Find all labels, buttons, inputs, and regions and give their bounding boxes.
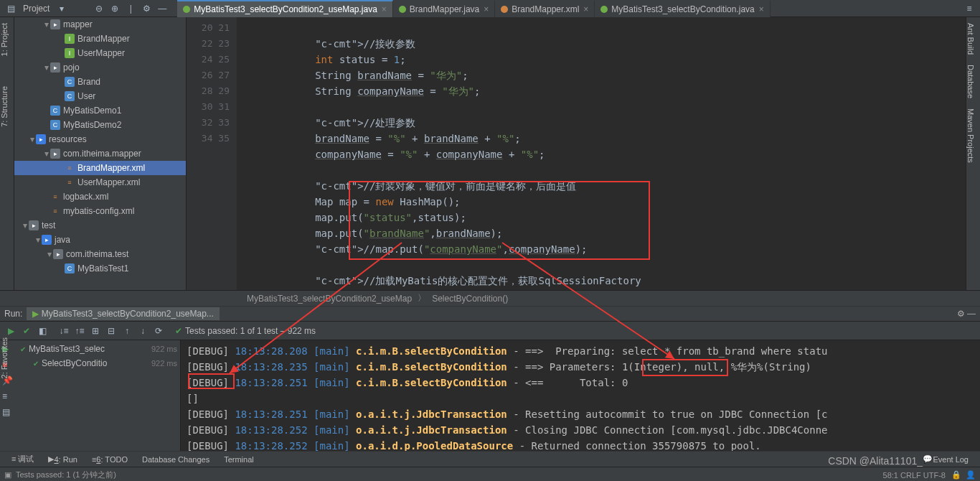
filter-icon[interactable]: ↑≡ [73, 324, 86, 337]
nav-up-icon[interactable]: ↑ [121, 324, 133, 337]
tests-passed-text: Tests passed: 1 of 1 test – 922 ms [185, 326, 316, 336]
bottom-tab[interactable]: ▶ 4: Run [48, 454, 77, 464]
tree-node[interactable]: ≡BrandMapper.xml [14, 161, 186, 175]
status-icon: ▣ [4, 470, 11, 480]
run-header: Run: ▶ MyBatisTest3_selectByCondition2_u… [0, 306, 980, 322]
tool-project[interactable]: 1: Project [0, 19, 9, 60]
collapse-icon[interactable]: ⊖ [93, 3, 105, 14]
status-bar: ▣ Tests passed: 1 (1 分钟之前) 58:1 CRLF UTF… [0, 467, 980, 481]
tool-favorites[interactable]: 2: Favorites [0, 337, 9, 378]
project-tree[interactable]: ▾▸mapperIBrandMapperIUserMapper▾▸pojoCBr… [14, 17, 187, 290]
editor-tab[interactable]: MyBatisTest3_selectByCondition.java× [595, 0, 770, 17]
event-log-button[interactable]: 💬 Event Log [923, 454, 969, 464]
tool-maven[interactable]: Maven Projects [966, 104, 975, 167]
tree-node[interactable]: ≡mybatis-config.xml [14, 204, 186, 218]
editor-gutter: 20 21 22 23 24 25 26 27 28 29 30 31 32 3… [187, 17, 237, 290]
run-ok-icon[interactable]: ✔ [20, 324, 33, 337]
run-test-tree[interactable]: ✔MyBatisTest3_selec922 ms✔SelectByCondit… [16, 340, 181, 451]
tests-passed-check: ✔ [175, 326, 182, 336]
status-right: 58:1 CRLF UTF-8 [883, 471, 946, 480]
bottom-tab[interactable]: Database Changes [142, 454, 209, 464]
tool-database[interactable]: Database [966, 60, 975, 103]
tree-node[interactable]: ▾▸test [14, 218, 186, 233]
run-body: ▶ ■ 📌 ≡ ▤ ✔MyBatisTest3_selec922 ms✔Sele… [0, 340, 980, 451]
editor-tabs: MyBatisTest3_selectByCondition2_useMap.j… [177, 0, 963, 17]
rerun-icon[interactable]: ▶ [4, 324, 17, 337]
history-icon[interactable]: ⟳ [152, 324, 165, 337]
tool-structure[interactable]: 7: Structure [0, 82, 9, 131]
expand-icon[interactable]: ⊞ [89, 324, 102, 337]
top-toolbar: ▤ Project ▾ ⊖ ⊕ | ⚙ — MyBatisTest3_selec… [0, 0, 980, 17]
run-title: Run: [4, 309, 22, 319]
run-gear-icon[interactable]: ⚙ — [957, 309, 976, 319]
close-icon[interactable]: × [484, 4, 489, 14]
tree-node[interactable]: CBrand [14, 75, 186, 89]
bottom-tab[interactable]: Terminal [224, 454, 254, 464]
breadcrumb-class[interactable]: MyBatisTest3_selectByCondition2_useMap [247, 294, 412, 304]
tree-node[interactable]: CMyBatisDemo2 [14, 118, 186, 132]
toggle-icon[interactable]: ◧ [36, 324, 49, 337]
editor-breadcrumb[interactable]: MyBatisTest3_selectByCondition2_useMap 〉… [0, 290, 980, 306]
right-tool-strip: Ant Build Database Maven Projects [966, 17, 980, 290]
tree-node[interactable]: ▾▸com.itheima.mapper [14, 146, 186, 161]
project-label: Project [23, 4, 50, 14]
tree-node[interactable]: ▾▸pojo [14, 60, 186, 75]
tree-node[interactable]: CUser [14, 89, 186, 103]
close-icon[interactable]: × [382, 4, 387, 14]
tree-node[interactable]: ▾▸java [14, 233, 186, 247]
run-toolbar: ▶ ✔ ◧ ↓≡ ↑≡ ⊞ ⊟ ↑ ↓ ⟳ ✔ Tests passed: 1 … [0, 322, 980, 340]
tree-node[interactable]: IBrandMapper [14, 32, 186, 46]
editor-tab[interactable]: BrandMapper.xml× [495, 0, 595, 17]
test-tree-item[interactable]: ✔SelectByConditio922 ms [16, 356, 180, 370]
tree-node[interactable]: IUserMapper [14, 46, 186, 60]
tool-antbuild[interactable]: Ant Build [966, 19, 975, 59]
editor-tab[interactable]: MyBatisTest3_selectByCondition2_useMap.j… [177, 0, 392, 17]
run-tab[interactable]: ▶ MyBatisTest3_selectByCondition2_useMap… [27, 307, 219, 320]
status-people-icon[interactable]: 👤 [966, 470, 976, 480]
breadcrumb-method[interactable]: SelectByCondition() [432, 294, 508, 304]
sort-icon[interactable]: ↓≡ [57, 324, 70, 337]
divider-icon: | [125, 3, 136, 14]
tree-node[interactable]: ▾▸resources [14, 132, 186, 146]
dd-icon[interactable]: ≡ [2, 391, 14, 403]
left-tool-strip-lower: 2: Favorites [0, 337, 14, 378]
target-icon[interactable]: ⊕ [109, 3, 121, 14]
editor-code[interactable]: "c-cmt">//接收参数 int status = 1; String br… [237, 17, 966, 290]
gear-icon[interactable]: ⚙ [141, 3, 152, 14]
collapse-icon[interactable]: ⊟ [105, 324, 118, 337]
tree-node[interactable]: CMyBatisDemo1 [14, 103, 186, 118]
left-tool-strip: 1: Project 7: Structure [0, 17, 14, 290]
tree-node[interactable]: ≡UserMapper.xml [14, 175, 186, 190]
project-view-icon[interactable]: ▤ [5, 3, 17, 14]
close-icon[interactable]: × [759, 4, 764, 14]
run-console[interactable]: [DEBUG] 18:13:28.208 [main] c.i.m.B.sele… [181, 340, 980, 451]
code-editor[interactable]: 20 21 22 23 24 25 26 27 28 29 30 31 32 3… [187, 17, 966, 290]
tree-node[interactable]: CMyBatisTest1 [14, 261, 186, 276]
tree-node[interactable]: ▾▸mapper [14, 17, 186, 32]
nav-down-icon[interactable]: ↓ [136, 324, 149, 337]
toolbar-more-icon[interactable]: ≡ [963, 3, 975, 14]
status-lock-icon[interactable]: 🔒 [951, 470, 961, 480]
breadcrumb-sep: 〉 [418, 292, 426, 304]
bottom-tab[interactable]: ≡ 调试 [11, 454, 34, 464]
bottom-toolbar: ≡ 调试▶ 4: Run≡ 6: TODODatabase ChangesTer… [0, 451, 980, 467]
close-icon[interactable]: × [583, 4, 588, 14]
tree-node[interactable]: ≡logback.xml [14, 190, 186, 204]
bottom-tab[interactable]: ≡ 6: TODO [92, 454, 128, 464]
hide-icon[interactable]: — [156, 3, 168, 14]
tree-node[interactable]: ▾▸com.itheima.test [14, 247, 186, 261]
status-text: Tests passed: 1 (1 分钟之前) [16, 470, 116, 480]
test-tree-item[interactable]: ✔MyBatisTest3_selec922 ms [16, 342, 180, 356]
project-menu-chevron[interactable]: ▾ [56, 3, 67, 14]
more1-icon[interactable]: ▤ [2, 407, 14, 419]
editor-tab[interactable]: BrandMapper.java× [393, 0, 495, 17]
